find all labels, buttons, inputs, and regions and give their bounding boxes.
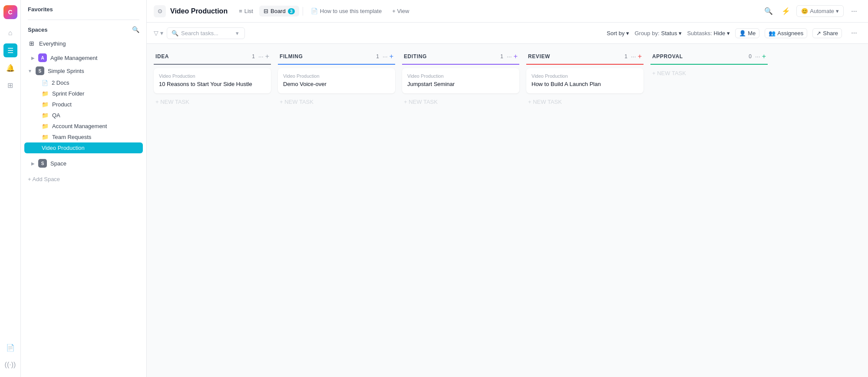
avatar-icon: 👤 (739, 30, 746, 36)
board-badge: 3 (288, 8, 295, 14)
sidebar-item-agile[interactable]: ▶ A Agile Management (24, 51, 143, 64)
col-more-approval[interactable]: ··· (755, 53, 760, 60)
column-approval: APPROVAL 0 ··· + + NEW TASK (650, 51, 768, 78)
column-header-approval: APPROVAL 0 ··· + (650, 51, 768, 65)
card-title-idea-0: 10 Reasons to Start Your Side Hustle (159, 80, 266, 88)
share-icon: ↗ (816, 30, 821, 36)
template-label: How to use this template (320, 8, 382, 14)
col-add-idea[interactable]: + (265, 53, 269, 60)
card-title-filming-0: Demo Voice-over (283, 80, 390, 88)
nav-apps-icon[interactable]: ⊞ (3, 78, 17, 92)
sidebar: Favorites Spaces 🔍 ⊞ Everything ▶ A Agil… (21, 0, 147, 377)
toolbar-right: Sort by ▾ Group by: Status ▾ Subtasks: H… (607, 26, 861, 40)
new-task-editing[interactable]: + NEW TASK (402, 97, 519, 107)
app-logo[interactable]: C (3, 5, 17, 19)
sidebar-search-icon[interactable]: 🔍 (132, 26, 139, 33)
group-by-label: Group by: (634, 30, 659, 36)
subtasks-label: Subtasks: (687, 30, 712, 36)
nav-notifications-icon[interactable]: 🔔 (3, 61, 17, 75)
assignees-label: Assignees (777, 30, 803, 36)
col-add-approval[interactable]: + (762, 53, 766, 60)
doc-icon: 📄 (42, 80, 48, 86)
spaces-label: Spaces (28, 26, 48, 33)
nav-tasks-icon[interactable]: ☰ (3, 43, 17, 57)
group-by-button[interactable]: Group by: Status ▾ (634, 30, 682, 36)
col-count-review: 1 (624, 53, 627, 60)
col-add-filming[interactable]: + (389, 53, 393, 60)
nav-pulse-icon[interactable]: ((·)) (3, 358, 17, 372)
tab-view[interactable]: + View (388, 6, 413, 17)
filter-chevron-icon: ▾ (160, 30, 163, 36)
product-folder-icon: 📁 (42, 101, 49, 108)
sidebar-item-sprint-folder[interactable]: 📁 Sprint Folder (24, 88, 143, 99)
board-icon: ⊟ (264, 8, 268, 14)
assignees-icon: 👥 (769, 30, 776, 36)
new-task-filming[interactable]: + NEW TASK (278, 97, 395, 107)
view-tab-label: + View (392, 8, 409, 14)
favorites-label: Favorites (28, 6, 53, 13)
col-more-review[interactable]: ··· (631, 53, 636, 60)
sidebar-item-product[interactable]: 📁 Product (24, 99, 143, 110)
lightning-button[interactable]: ⚡ (779, 4, 793, 18)
sidebar-item-simple-sprints[interactable]: ▼ S Simple Sprints (24, 64, 143, 77)
nav-home-icon[interactable]: ⌂ (3, 26, 17, 40)
list-icon: ≡ (239, 8, 242, 14)
new-task-approval[interactable]: + NEW TASK (650, 68, 768, 78)
sidebar-item-docs[interactable]: 📄 2 Docs (24, 77, 143, 88)
col-count-editing: 1 (500, 53, 503, 60)
docs-label: 2 Docs (52, 79, 69, 86)
card-idea-0[interactable]: Video Production 10 Reasons to Start You… (154, 68, 271, 93)
chevron-simple-sprints-icon: ▼ (28, 69, 32, 73)
card-review-0[interactable]: Video Production How to Build A Launch P… (526, 68, 644, 93)
search-container[interactable]: 🔍 ▾ (167, 27, 245, 39)
filter-button[interactable]: ▽ ▾ (154, 30, 163, 36)
col-add-review[interactable]: + (638, 53, 642, 60)
more-options-button[interactable]: ··· (847, 26, 861, 40)
sidebar-item-team-requests[interactable]: 📁 Team Requests (24, 132, 143, 142)
more-button[interactable]: ··· (847, 4, 861, 18)
search-input[interactable] (181, 30, 233, 36)
tab-list[interactable]: ≡ List (234, 6, 257, 17)
sidebar-item-everything[interactable]: ⊞ Everything (24, 37, 143, 50)
board-tab-label: Board (271, 8, 286, 14)
automate-button[interactable]: 😊 Automate ▾ (796, 5, 844, 17)
sidebar-divider-1 (28, 20, 139, 20)
add-space-button[interactable]: + Add Space (21, 173, 146, 185)
card-meta-filming-0: Video Production (283, 73, 390, 79)
search-button[interactable]: 🔍 (762, 4, 776, 18)
simple-sprints-badge: S (36, 66, 44, 75)
nav-docs-icon[interactable]: 📄 (3, 341, 17, 354)
card-meta-review-0: Video Production (531, 73, 638, 79)
col-title-review: REVIEW (528, 53, 622, 60)
col-more-editing[interactable]: ··· (507, 53, 512, 60)
card-title-editing-0: Jumpstart Seminar (407, 80, 514, 88)
sidebar-item-everything-label: Everything (39, 40, 139, 47)
card-editing-0[interactable]: Video Production Jumpstart Seminar (402, 68, 519, 93)
group-chevron-icon: ▾ (679, 30, 682, 36)
team-requests-label: Team Requests (52, 134, 91, 140)
assignees-button[interactable]: 👥 Assignees (765, 28, 807, 38)
sidebar-item-qa[interactable]: 📁 QA (24, 110, 143, 121)
sidebar-item-space[interactable]: ▶ S Space (24, 157, 143, 170)
qa-folder-icon: 📁 (42, 112, 49, 119)
card-filming-0[interactable]: Video Production Demo Voice-over (278, 68, 395, 93)
me-label: Me (748, 30, 756, 36)
sidebar-item-account-management[interactable]: 📁 Account Management (24, 121, 143, 132)
column-header-editing: EDITING 1 ··· + (402, 51, 519, 65)
new-task-idea[interactable]: + NEW TASK (154, 97, 271, 107)
col-more-idea[interactable]: ··· (258, 53, 264, 60)
subtasks-button[interactable]: Subtasks: Hide ▾ (687, 30, 730, 36)
col-add-editing[interactable]: + (514, 53, 518, 60)
col-more-filming[interactable]: ··· (383, 53, 388, 60)
share-button[interactable]: ↗ Share (812, 28, 842, 38)
team-requests-icon: 📁 (42, 134, 49, 140)
new-task-review[interactable]: + NEW TASK (526, 97, 644, 107)
topbar-actions: 🔍 ⚡ 😊 Automate ▾ ··· (762, 4, 861, 18)
tab-board[interactable]: ⊟ Board 3 (259, 6, 299, 17)
sort-by-button[interactable]: Sort by ▾ (607, 30, 629, 36)
sidebar-item-video-production[interactable]: Video Production (24, 142, 143, 153)
tab-template[interactable]: 📄 How to use this template (307, 6, 386, 17)
me-button[interactable]: 👤 Me (735, 28, 759, 38)
space-badge: S (38, 159, 47, 168)
list-tab-label: List (244, 8, 253, 14)
